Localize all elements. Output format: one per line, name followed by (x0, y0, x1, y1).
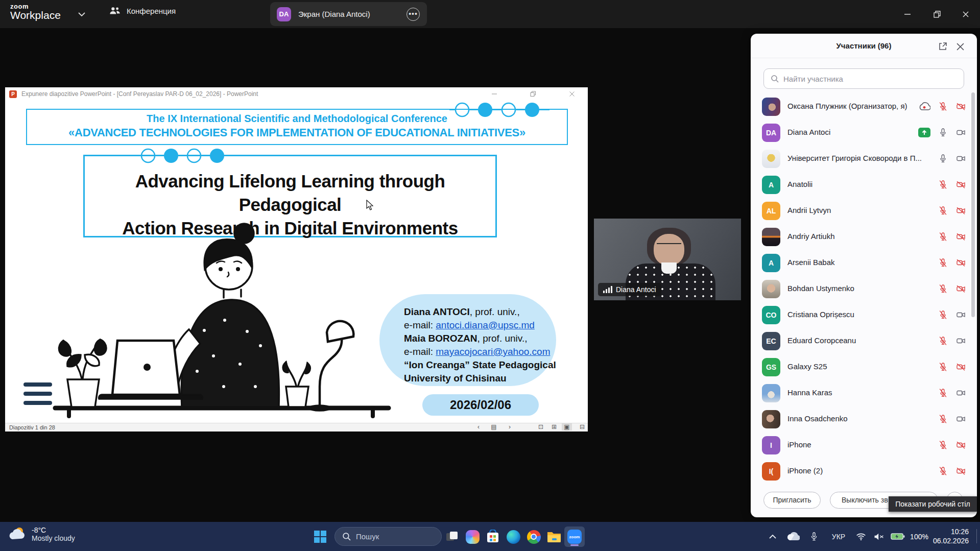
camera-status-icon[interactable] (955, 388, 966, 398)
camera-status-icon[interactable] (955, 336, 966, 346)
search-input[interactable] (783, 75, 947, 83)
camera-status-icon[interactable] (955, 206, 966, 215)
tab-meeting[interactable]: Конференция (109, 6, 176, 15)
participant-row[interactable]: I iPhone (751, 433, 977, 459)
ppt-restore-button[interactable] (524, 87, 542, 100)
popout-button[interactable] (937, 41, 948, 52)
participant-row[interactable]: A Arsenii Babak (751, 250, 977, 276)
mic-status-icon[interactable] (938, 284, 948, 294)
camera-status-icon[interactable] (955, 362, 966, 372)
tab-options-icon[interactable]: ••• (407, 8, 420, 21)
participant-search[interactable] (763, 68, 964, 89)
participant-row[interactable]: Bohdan Ustymenko (751, 276, 977, 302)
reading-view-icon[interactable]: ▣ (562, 423, 572, 430)
start-button[interactable] (310, 526, 330, 547)
mic-status-icon[interactable] (938, 102, 948, 111)
close-panel-button[interactable] (954, 41, 966, 52)
notes-icon[interactable]: ▤ (489, 423, 499, 430)
participant-row[interactable]: DA Diana Antoci (751, 120, 977, 146)
file-explorer-button[interactable] (544, 526, 564, 547)
participant-row[interactable]: Університет Григорія Сковороди в П... (751, 146, 977, 172)
participant-row[interactable]: EC Eduard Coropceanu (751, 328, 977, 354)
video-thumbnail[interactable]: Diana Antoci (594, 219, 741, 300)
battery-tray-button[interactable] (889, 522, 907, 551)
participant-row[interactable]: CO Cristiana Oprișescu (751, 302, 977, 328)
language-switcher[interactable]: УКР (827, 522, 850, 551)
microsoft-store-button[interactable] (483, 526, 503, 547)
participant-name: Inna Osadchenko (787, 414, 848, 423)
mic-status-icon[interactable] (938, 466, 948, 476)
hidden-icons-button[interactable] (765, 522, 780, 551)
participant-name: Оксана Плужник (Организатор, я) (787, 102, 907, 110)
wifi-tray-button[interactable] (853, 522, 869, 551)
participant-avatar (762, 410, 780, 428)
taskbar-search-input[interactable] (356, 532, 433, 541)
chrome-button[interactable] (523, 526, 544, 547)
participant-row[interactable]: Andriy Artiukh (751, 224, 977, 250)
participant-row[interactable]: GS Galaxy S25 (751, 354, 977, 380)
slide-sorter-icon[interactable]: ⊞ (549, 423, 559, 430)
camera-status-icon[interactable] (955, 310, 966, 320)
minimize-button[interactable] (895, 0, 920, 28)
mic-status-icon[interactable] (938, 388, 948, 398)
camera-status-icon[interactable] (955, 102, 966, 111)
tab-screen-share[interactable]: DA Экран (Diana Antoci) ••• (270, 2, 427, 26)
mic-status-icon[interactable] (938, 180, 948, 189)
chevron-down-icon[interactable] (78, 11, 86, 17)
camera-status-icon[interactable] (955, 284, 966, 294)
next-slide-icon[interactable]: › (505, 423, 515, 430)
task-view-button[interactable] (442, 526, 462, 547)
scrollbar-thumb[interactable] (971, 92, 975, 317)
zoom-app-button[interactable]: zoom (564, 526, 585, 547)
camera-status-icon[interactable] (955, 258, 966, 268)
mic-status-icon[interactable] (938, 310, 948, 320)
microphone-tray-button[interactable] (806, 522, 822, 551)
weather-widget[interactable]: -8°C Mostly cloudy (8, 526, 75, 542)
slideshow-icon[interactable]: ⊟ (577, 423, 587, 430)
normal-view-icon[interactable]: ⊡ (536, 423, 546, 430)
camera-status-icon[interactable] (955, 128, 966, 137)
invite-button[interactable]: Пригласить (763, 492, 821, 509)
participant-row[interactable]: Hanna Karas (751, 380, 977, 406)
powerpoint-titlebar[interactable]: P Expunere diapozitive PowerPoint - [Con… (5, 87, 588, 101)
edge-button[interactable] (503, 526, 523, 547)
camera-status-icon[interactable] (955, 466, 966, 476)
participant-name: Bohdan Ustymenko (787, 284, 854, 293)
participant-row[interactable]: Оксана Плужник (Организатор, я) (751, 94, 977, 120)
mic-status-icon[interactable] (938, 258, 948, 268)
participant-row[interactable]: AL Andrii Lytvyn (751, 198, 977, 224)
mic-status-icon[interactable] (938, 154, 948, 163)
camera-status-icon[interactable] (955, 440, 966, 450)
onedrive-tray-button[interactable] (784, 522, 802, 551)
mic-status-icon[interactable] (938, 128, 948, 137)
camera-status-icon[interactable] (955, 232, 966, 242)
show-desktop-strip[interactable] (976, 529, 977, 543)
volume-tray-button[interactable] (871, 522, 887, 551)
previous-slide-icon[interactable]: ‹ (473, 423, 484, 430)
mic-status-icon[interactable] (938, 232, 948, 242)
close-button[interactable] (953, 0, 978, 28)
clock-widget[interactable]: 10:26 06.02.2026 (933, 527, 969, 545)
mic-status-icon[interactable] (938, 362, 948, 372)
mic-status-icon[interactable] (938, 440, 948, 450)
author2-email-link[interactable]: mayacojocari@yahoo.com (436, 346, 550, 357)
slide: The IX International Scientific and Meth… (5, 101, 588, 423)
restore-button[interactable] (924, 0, 950, 28)
ppt-close-button[interactable] (563, 87, 581, 100)
taskbar-search[interactable] (334, 527, 442, 546)
participant-row[interactable]: I( iPhone (2) (751, 459, 977, 485)
camera-status-icon[interactable] (955, 180, 966, 189)
participant-row[interactable]: Inna Osadchenko (751, 406, 977, 433)
camera-status-icon[interactable] (955, 414, 966, 424)
participant-row[interactable]: A Anatolii (751, 172, 977, 198)
popout-icon (938, 42, 947, 51)
mic-status-icon[interactable] (938, 336, 948, 346)
participant-avatar: CO (762, 306, 780, 324)
mic-status-icon[interactable] (938, 206, 948, 215)
powerpoint-window-title: Expunere diapozitive PowerPoint - [Conf … (21, 90, 258, 98)
ppt-minimize-button[interactable] (486, 87, 503, 100)
mic-status-icon[interactable] (938, 414, 948, 424)
camera-status-icon[interactable] (955, 154, 966, 163)
author1-email-link[interactable]: antoci.diana@upsc.md (436, 320, 535, 330)
copilot-button[interactable] (462, 526, 483, 547)
